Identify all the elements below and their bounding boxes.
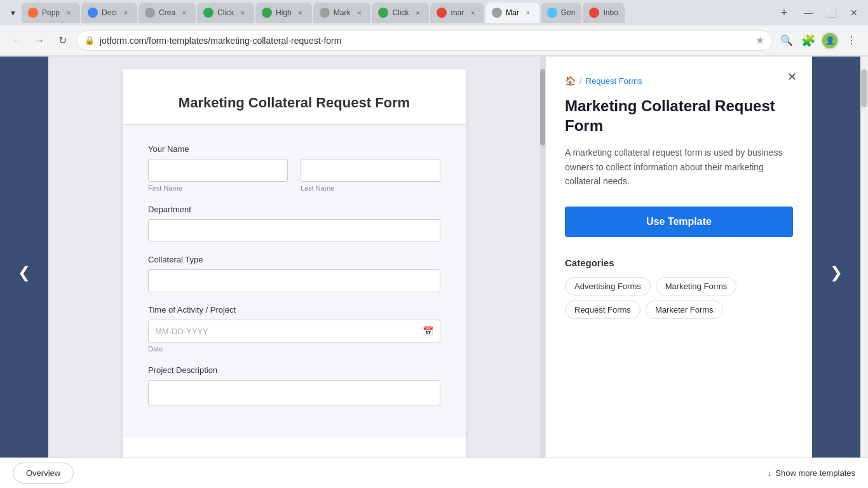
- tab-label-t7: Click: [392, 8, 409, 17]
- department-input[interactable]: [148, 219, 440, 242]
- tab-t4[interactable]: Click×: [197, 3, 254, 23]
- tab-t1[interactable]: Pepp×: [22, 3, 80, 23]
- minimize-button[interactable]: —: [799, 4, 817, 22]
- tab-close-t3[interactable]: ×: [179, 8, 189, 18]
- tab-favicon-t6: [320, 8, 330, 18]
- tab-close-t8[interactable]: ×: [468, 8, 478, 18]
- tab-bar: ▾ Pepp×Deci×Crea×Click×High×Mark×Click×m…: [0, 0, 868, 25]
- next-template-button[interactable]: ❯: [812, 57, 860, 488]
- form-scroll-track[interactable]: [540, 57, 545, 488]
- new-tab-button[interactable]: +: [775, 4, 793, 22]
- menu-button[interactable]: ⋮: [843, 32, 860, 50]
- use-template-button[interactable]: Use Template: [565, 207, 793, 237]
- categories-list: Advertising FormsMarketing FormsRequest …: [565, 277, 793, 319]
- category-tag-1[interactable]: Marketing Forms: [656, 277, 737, 295]
- browser-toolbar: ← → ↻ 🔒 jotform.com/form-templates/marke…: [0, 25, 868, 56]
- maximize-button[interactable]: ⬜: [822, 4, 840, 22]
- page-scrollbar[interactable]: [860, 57, 868, 488]
- overview-button[interactable]: Overview: [13, 463, 74, 484]
- left-arrow-icon: ❮: [18, 264, 31, 281]
- form-card: Marketing Collateral Request Form Your N…: [123, 69, 466, 476]
- profile-avatar[interactable]: 👤: [821, 32, 839, 50]
- page-content: ❮ Marketing Collateral Request Form Your…: [0, 57, 868, 488]
- bookmark-star-icon[interactable]: ★: [756, 34, 764, 46]
- tab-favicon-t7: [378, 8, 388, 18]
- tab-t8[interactable]: mar×: [430, 3, 484, 23]
- date-input[interactable]: MM-DD-YYYY 📅: [148, 320, 440, 342]
- department-label: Department: [148, 205, 440, 214]
- tab-close-t7[interactable]: ×: [412, 8, 423, 18]
- prev-template-button[interactable]: ❮: [0, 57, 48, 488]
- your-name-field: Your Name First Name Last Name: [148, 144, 440, 192]
- your-name-label: Your Name: [148, 144, 440, 154]
- tab-t6[interactable]: Mark×: [313, 3, 371, 23]
- tab-label-t2: Deci: [102, 8, 117, 17]
- reload-button[interactable]: ↻: [53, 32, 71, 50]
- right-panel: ✕ 🏠 / Request Forms Marketing Collateral…: [545, 57, 812, 488]
- close-panel-button[interactable]: ✕: [782, 67, 802, 87]
- tab-favicon-t4: [203, 8, 214, 18]
- categories-title: Categories: [565, 257, 793, 268]
- home-icon[interactable]: 🏠: [565, 76, 576, 86]
- tab-t5[interactable]: High×: [255, 3, 312, 23]
- first-name-input[interactable]: [148, 159, 288, 182]
- category-tag-3[interactable]: Marketer Forms: [646, 301, 723, 319]
- tab-label-t5: High: [276, 8, 292, 17]
- tab-t7[interactable]: Click×: [372, 3, 429, 23]
- tab-close-t6[interactable]: ×: [354, 8, 364, 18]
- first-name-sublabel: First Name: [148, 184, 288, 192]
- calendar-icon: 📅: [423, 326, 433, 336]
- search-button[interactable]: 🔍: [778, 32, 796, 50]
- breadcrumb-link[interactable]: Request Forms: [586, 76, 642, 86]
- breadcrumb: 🏠 / Request Forms: [565, 76, 793, 86]
- bottom-bar: Overview ↓ Show more templates: [0, 458, 868, 488]
- panel-title: Marketing Collateral Request Form: [565, 96, 793, 135]
- tab-label-t8: mar: [451, 8, 464, 17]
- form-scroll-thumb[interactable]: [540, 69, 545, 146]
- category-tag-2[interactable]: Request Forms: [565, 301, 641, 319]
- project-description-input[interactable]: [148, 380, 440, 405]
- form-header: Marketing Collateral Request Form: [123, 69, 466, 125]
- tab-label-t9: Mar: [506, 8, 519, 17]
- tab-favicon-t11: [589, 8, 599, 18]
- tab-favicon-t10: [547, 8, 557, 18]
- project-description-label: Project Description: [148, 365, 440, 375]
- tab-label-t3: Crea: [159, 8, 175, 17]
- tab-label-t6: Mark: [334, 8, 351, 17]
- show-more-link[interactable]: ↓ Show more templates: [768, 468, 855, 478]
- collateral-type-input[interactable]: [148, 269, 440, 292]
- form-title: Marketing Collateral Request Form: [148, 95, 440, 111]
- time-activity-field: Time of Activity / Project MM-DD-YYYY 📅 …: [148, 305, 440, 353]
- tab-favicon-t5: [262, 8, 272, 18]
- close-window-button[interactable]: ✕: [845, 4, 863, 22]
- tab-favicon-t2: [88, 8, 98, 18]
- tab-favicon-t1: [28, 8, 38, 18]
- tab-t3[interactable]: Crea×: [139, 3, 196, 23]
- breadcrumb-separator: /: [580, 76, 582, 86]
- tab-close-t1[interactable]: ×: [64, 8, 74, 18]
- tab-close-t4[interactable]: ×: [238, 8, 248, 18]
- last-name-wrap: Last Name: [301, 159, 440, 192]
- panel-description: A marketing collateral request form is u…: [565, 146, 793, 188]
- extensions-button[interactable]: 🧩: [799, 32, 817, 50]
- collateral-type-label: Collateral Type: [148, 255, 440, 264]
- forward-button[interactable]: →: [31, 32, 48, 50]
- tab-t10[interactable]: Gen: [541, 3, 582, 23]
- tab-close-t9[interactable]: ×: [523, 8, 533, 18]
- page-scrollbar-thumb[interactable]: [861, 69, 867, 107]
- last-name-input[interactable]: [301, 159, 440, 182]
- tab-t2[interactable]: Deci×: [81, 3, 137, 23]
- tab-dropdown-button[interactable]: ▾: [5, 5, 20, 20]
- tab-favicon-t3: [145, 8, 155, 18]
- tab-label-t10: Gen: [561, 8, 576, 17]
- collateral-type-field: Collateral Type: [148, 255, 440, 292]
- back-button[interactable]: ←: [8, 32, 25, 50]
- category-tag-0[interactable]: Advertising Forms: [565, 277, 651, 295]
- tab-close-t5[interactable]: ×: [295, 8, 306, 18]
- address-bar[interactable]: 🔒 jotform.com/form-templates/marketing-c…: [76, 30, 773, 51]
- tab-close-t2[interactable]: ×: [121, 8, 131, 18]
- tab-t11[interactable]: Inbo: [583, 3, 624, 23]
- tab-t9[interactable]: Mar×: [485, 3, 539, 23]
- form-preview-scroll[interactable]: Marketing Collateral Request Form Your N…: [48, 57, 540, 488]
- form-body: Your Name First Name Last Name: [123, 125, 466, 437]
